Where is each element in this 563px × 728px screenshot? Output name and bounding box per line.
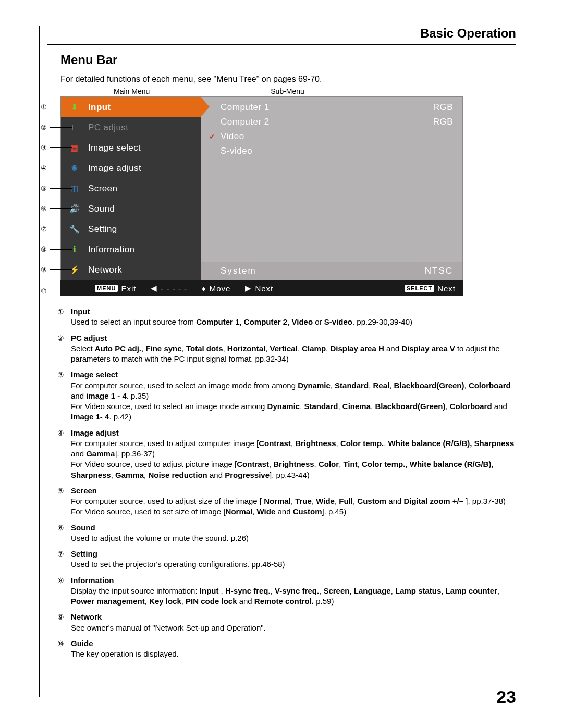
description-list: ①InputUsed to select an input source fro…: [47, 306, 516, 659]
callout-4: ④: [40, 164, 72, 172]
description-item: ⑤ScreenFor computer source, used to adju…: [57, 486, 516, 517]
desc-number: ①: [57, 306, 71, 328]
desc-title: Sound: [71, 523, 516, 533]
main-menu-item-input[interactable]: ⬇Input: [61, 97, 201, 117]
sub-item[interactable]: S-video: [221, 145, 270, 157]
desc-title: PC adjust: [71, 333, 516, 343]
callout-2: ②: [40, 124, 72, 131]
right-arrow-icon: ▶: [245, 283, 252, 293]
input-icon: ⬇: [67, 101, 82, 114]
main-menu-item-screen[interactable]: ◫Screen: [61, 178, 201, 199]
main-menu-item-imgadj[interactable]: ✺Image adjust: [61, 158, 201, 178]
desc-body: Select Auto PC adj., Fine sync, Total do…: [71, 343, 516, 365]
main-menu-label: Setting: [88, 224, 117, 235]
description-item: ④Image adjustFor computer source, used t…: [57, 428, 516, 480]
page-number: 23: [496, 687, 516, 707]
sub-item[interactable]: Computer 2: [221, 116, 270, 128]
osd-menu: ①②③④⑤⑥⑦⑧⑨⑩ ⬇Input🖥PC adjust▦Image select…: [60, 96, 463, 280]
description-item: ②PC adjustSelect Auto PC adj., Fine sync…: [57, 333, 516, 365]
system-value: NTSC: [425, 266, 453, 276]
sub-menu-label: Sub-Menu: [271, 87, 304, 95]
main-menu-item-sound[interactable]: 🔊Sound: [61, 199, 201, 219]
main-menu-label: Network: [88, 265, 122, 275]
desc-number: ⑥: [57, 523, 71, 544]
desc-body: For computer source, used to adjust size…: [71, 496, 516, 517]
main-menu-item-pc[interactable]: 🖥PC adjust: [61, 117, 201, 138]
description-item: ⑧InformationDisplay the input source inf…: [57, 575, 516, 607]
desc-title: Image adjust: [71, 428, 516, 438]
guide-next: Next: [255, 284, 273, 293]
main-menu-label: Image select: [88, 143, 141, 153]
main-menu-item-setting[interactable]: 🔧Setting: [61, 219, 201, 239]
desc-title: Screen: [71, 486, 516, 496]
desc-number: ⑨: [57, 612, 71, 633]
desc-body: For computer source, used to adjust comp…: [71, 438, 516, 480]
desc-title: Input: [71, 306, 516, 317]
desc-title: Setting: [71, 549, 516, 559]
main-menu-item-info[interactable]: ℹInformation: [61, 239, 201, 260]
system-label: System: [221, 266, 256, 276]
description-item: ⑩GuideThe key operation is displayed.: [57, 638, 516, 660]
callout-10: ⑩: [40, 287, 72, 295]
callout-8: ⑧: [40, 245, 72, 253]
main-menu-label: Sound: [88, 204, 115, 214]
check-icon: ✔: [209, 132, 216, 141]
guide-move: Move: [210, 284, 231, 293]
desc-number: ⑩: [57, 638, 71, 660]
sub-item[interactable]: Computer 1: [221, 101, 270, 114]
sub-value: RGB: [433, 101, 453, 114]
menu-button-icon: MENU: [95, 285, 118, 292]
desc-body: Used to adjust the volume or mute the so…: [71, 533, 516, 544]
main-menu-label: PC adjust: [88, 122, 128, 133]
main-menu-label: Image adjust: [88, 163, 141, 174]
desc-body: Used to set the projector's operating co…: [71, 559, 516, 570]
desc-body: See owner's manual of "Network Set-up an…: [71, 623, 516, 633]
desc-number: ⑤: [57, 486, 71, 517]
main-menu-label: Screen: [88, 183, 117, 194]
desc-title: Information: [71, 575, 516, 586]
desc-title: Guide: [71, 638, 516, 649]
main-menu-panel: ⬇Input🖥PC adjust▦Image select✺Image adju…: [61, 97, 201, 280]
main-menu-label: Input: [88, 102, 111, 113]
updown-arrow-icon: ♦: [202, 284, 206, 293]
desc-body: For computer source, used to select an i…: [71, 380, 516, 423]
desc-title: Image select: [71, 369, 516, 380]
sub-panel: Computer 1Computer 2✔VideoS-video RGBRGB…: [201, 97, 462, 280]
margin-rule: [39, 26, 40, 697]
desc-number: ⑦: [57, 549, 71, 570]
desc-title: Network: [71, 612, 516, 622]
guide-select-next: Next: [437, 284, 456, 293]
main-menu-item-imgsel[interactable]: ▦Image select: [61, 138, 201, 158]
guide-back: - - - - -: [161, 284, 187, 293]
desc-body: Used to select an input source from Comp…: [71, 317, 516, 327]
description-item: ⑦SettingUsed to set the projector's oper…: [57, 549, 516, 570]
intro-text: For detailed functions of each menu, see…: [47, 75, 516, 84]
callout-9: ⑨: [40, 266, 72, 274]
header-rule: [47, 44, 516, 45]
desc-number: ④: [57, 428, 71, 480]
desc-number: ③: [57, 369, 71, 422]
main-menu-label: Information: [88, 244, 134, 255]
sub-item[interactable]: ✔Video: [221, 130, 270, 143]
description-item: ③Image selectFor computer source, used t…: [57, 369, 516, 422]
callout-6: ⑥: [40, 205, 72, 213]
guide-bar: MENU Exit ◀ - - - - - ♦ Move ▶ Next SELE…: [60, 280, 463, 296]
guide-exit: Exit: [121, 284, 136, 293]
section-header: Basic Operation: [47, 26, 516, 44]
menu-figure: Main Menu Sub-Menu ①②③④⑤⑥⑦⑧⑨⑩ ⬇Input🖥PC …: [60, 87, 516, 296]
description-item: ①InputUsed to select an input source fro…: [57, 306, 516, 328]
callout-5: ⑤: [40, 184, 72, 192]
main-menu-label: Main Menu: [114, 87, 150, 95]
main-menu-item-net[interactable]: ⚡Network: [61, 260, 201, 280]
callout-3: ③: [40, 144, 72, 152]
desc-body: The key operation is displayed.: [71, 649, 516, 659]
sub-value: RGB: [433, 116, 453, 128]
callout-7: ⑦: [40, 225, 72, 233]
left-arrow-icon: ◀: [151, 283, 157, 293]
select-button-icon: SELECT: [405, 285, 434, 292]
desc-number: ②: [57, 333, 71, 365]
desc-body: Display the input source information: In…: [71, 586, 516, 607]
desc-number: ⑧: [57, 575, 71, 607]
page-title: Menu Bar: [47, 53, 516, 67]
description-item: ⑨NetworkSee owner's manual of "Network S…: [57, 612, 516, 633]
